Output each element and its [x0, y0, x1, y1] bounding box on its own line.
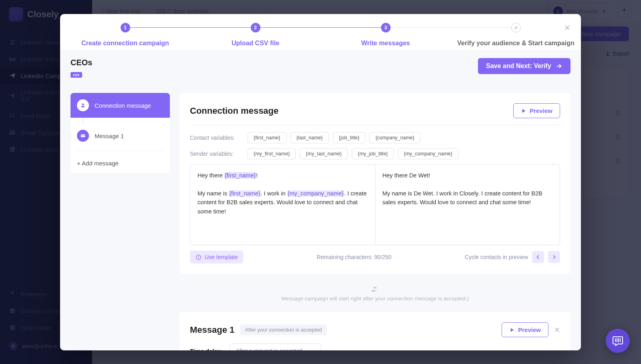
message-editor: Hey there {first_name}! My name is {firs…	[190, 164, 560, 245]
var-first-name[interactable]: {first_name}	[248, 132, 286, 143]
campaign-modal: 1Create connection campaign 2Upload CSV …	[60, 14, 581, 350]
stepper: 1Create connection campaign 2Upload CSV …	[60, 14, 581, 51]
sender-variables-row: Sender variables: {my_first_name} {my_la…	[190, 148, 560, 159]
var-company-name[interactable]: {company_name}	[369, 132, 420, 143]
var-my-last-name[interactable]: {my_last_name}	[300, 148, 348, 159]
step-3[interactable]: 3Write messages	[320, 23, 451, 47]
step-connection-message[interactable]: Connection message	[71, 93, 170, 118]
title-bar: CEOs csv Save and Next: Verify	[60, 51, 581, 83]
var-my-company-name[interactable]: {my_company_name}	[398, 148, 458, 159]
preview-button[interactable]: Preview	[513, 103, 560, 118]
contact-variables-row: Contact variables: {first_name} {last_na…	[190, 132, 560, 143]
message-steps: Connection message Message 1 + Add messa…	[71, 93, 170, 173]
time-delay-label: Time delay	[190, 348, 221, 351]
step-message-1[interactable]: Message 1	[71, 123, 170, 148]
campaign-note: Message campaign will start right after …	[179, 284, 570, 302]
message-1-panel: Message 1 After your connection is accep…	[179, 312, 570, 350]
next-contact-button[interactable]	[548, 251, 560, 263]
message-preview: Hey there De Wet! My name is De Wet. I w…	[375, 165, 560, 245]
prev-contact-button[interactable]	[532, 251, 544, 263]
person-icon	[77, 99, 89, 111]
var-job-title[interactable]: {job_title}	[333, 132, 365, 143]
panel-title: Connection message	[190, 106, 278, 116]
var-my-first-name[interactable]: {my_first_name}	[248, 148, 296, 159]
remove-message-button[interactable]: ✕	[554, 326, 560, 334]
svg-rect-8	[81, 135, 85, 137]
var-last-name[interactable]: {last_name}	[290, 132, 329, 143]
step-1[interactable]: 1Create connection campaign	[60, 23, 190, 47]
use-template-button[interactable]: Use template	[190, 251, 243, 263]
cycle-contacts: Cycle contacts in preview	[465, 251, 560, 263]
add-message-button[interactable]: + Add message	[71, 153, 170, 173]
connection-message-panel: Connection message Preview Contact varia…	[179, 93, 570, 274]
save-next-button[interactable]: Save and Next: Verify	[478, 58, 570, 74]
message-template-editor[interactable]: Hey there {first_name}! My name is {firs…	[190, 165, 375, 245]
char-counter: Remaining characters: 90/250	[316, 254, 391, 260]
var-my-job-title[interactable]: {my_job_title}	[352, 148, 394, 159]
time-delay-select[interactable]: After a request is accepted	[230, 344, 321, 350]
intercom-launcher[interactable]	[606, 329, 630, 353]
mail-icon	[77, 130, 89, 142]
close-icon[interactable]	[562, 22, 573, 35]
preview-button[interactable]: Preview	[502, 322, 548, 337]
step-2[interactable]: 2Upload CSV file	[190, 23, 320, 47]
campaign-name: CEOs	[71, 58, 92, 67]
panel-title: Message 1	[190, 325, 234, 335]
after-badge: After your connection is accepted	[240, 324, 327, 335]
csv-badge: csv	[71, 72, 82, 78]
svg-point-7	[82, 103, 84, 105]
